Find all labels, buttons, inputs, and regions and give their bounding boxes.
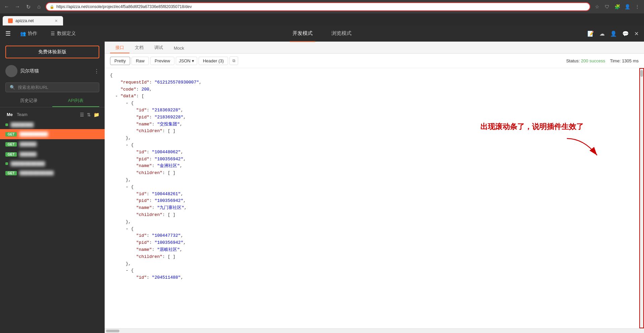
cooperate-label: 协作: [28, 31, 37, 37]
user-icon[interactable]: 👤: [610, 31, 617, 37]
bookmark-button[interactable]: ☆: [593, 3, 601, 11]
json-line: },: [110, 177, 634, 184]
content-tabs: 接口 文档 调试 Mock: [105, 42, 644, 54]
h-scrollbar-thumb: [106, 330, 119, 332]
list-item[interactable]: GET ██████: [0, 139, 105, 149]
json-line: - {: [110, 100, 634, 107]
menu-button[interactable]: ⋮: [633, 3, 641, 11]
user-info: 贝尔塔猫: [5, 65, 39, 77]
tab-docs[interactable]: 文档: [129, 43, 149, 53]
extension-icon[interactable]: 🧩: [613, 3, 621, 11]
json-line: "name": "交投集团",: [110, 121, 634, 128]
horizontal-scrollbar[interactable]: [105, 328, 644, 333]
shield-icon[interactable]: 🛡: [603, 3, 611, 11]
data-def-icon: ☰: [51, 31, 55, 36]
user-name: 贝尔塔猫: [20, 68, 39, 74]
user-avatar: [5, 65, 17, 77]
profile-icon[interactable]: 👤: [623, 3, 631, 11]
list-item[interactable]: GET ██████████: [0, 129, 105, 139]
browser-actions: ☆ 🛡 🧩 👤 ⋮: [593, 3, 641, 11]
category-label: ████████: [11, 122, 34, 127]
tab-mock[interactable]: Mock: [168, 44, 190, 53]
copy-button[interactable]: ⧉: [229, 56, 238, 65]
vertical-scrollbar[interactable]: [639, 68, 644, 328]
sort-icon[interactable]: ⇅: [87, 112, 91, 117]
category-label-2: ████████████: [11, 161, 45, 166]
item-label: ██████: [19, 142, 37, 147]
history-tab[interactable]: 历史记录: [5, 95, 52, 107]
browser-tab[interactable]: apizza.net ✕: [3, 16, 63, 25]
cloud-icon[interactable]: ☁: [599, 31, 605, 37]
browser-tabs: apizza.net ✕: [0, 13, 644, 25]
forward-button[interactable]: →: [13, 3, 21, 11]
data-def-label: 数据定义: [57, 31, 76, 37]
json-line: "children": [ ]: [110, 128, 634, 135]
category-row[interactable]: ████████: [0, 120, 105, 129]
tab-close-icon[interactable]: ✕: [55, 19, 58, 23]
home-button[interactable]: ⌂: [35, 3, 43, 11]
method-tag-get: GET: [5, 152, 17, 157]
browser-chrome: ← → ↻ ⌂ 🔒 https://apizza.net/console/pro…: [0, 0, 644, 13]
json-line: },: [110, 261, 634, 268]
json-line: "children": [ ]: [110, 170, 634, 177]
search-bar[interactable]: 🔍: [5, 82, 99, 92]
json-line: "code": 200,: [110, 86, 634, 93]
json-scroll-area[interactable]: { "requestId": "612125578930007", "code"…: [105, 68, 639, 328]
json-line: "id": "204511488",: [110, 274, 634, 281]
tab-interface[interactable]: 接口: [110, 43, 129, 53]
back-button[interactable]: ←: [3, 3, 11, 11]
top-nav: ☰ 👥 协作 ☰ 数据定义 开发模式 浏览模式 📝 ☁ 👤 💬 ✕: [0, 25, 644, 42]
json-tab[interactable]: JSON ▾: [176, 57, 197, 65]
list-item[interactable]: GET ████████████: [0, 168, 105, 178]
chevron-down-icon: ▾: [192, 58, 194, 63]
response-toolbar: Pretty Raw Preview JSON ▾ Header (3) ⧉ S…: [105, 54, 644, 68]
json-line: "requestId": "612125578930007",: [110, 79, 634, 86]
json-line: "pid": "100356942",: [110, 198, 634, 205]
json-line: "id": "100448261",: [110, 191, 634, 198]
item-label: ████████████: [19, 171, 54, 175]
api-list-tab[interactable]: API列表: [52, 95, 99, 107]
me-team-actions: ☰ ⇅ 📁: [80, 112, 99, 117]
preview-tab[interactable]: Preview: [150, 57, 174, 65]
raw-tab[interactable]: Raw: [131, 57, 149, 65]
dev-mode-tab[interactable]: 开发模式: [290, 25, 315, 42]
data-def-nav-item[interactable]: ☰ 数据定义: [47, 29, 80, 39]
search-icon: 🔍: [10, 85, 15, 90]
browse-mode-tab[interactable]: 浏览模式: [329, 25, 354, 42]
search-input[interactable]: [18, 85, 95, 90]
json-line: {: [110, 72, 634, 79]
chat-icon[interactable]: 💬: [622, 31, 629, 37]
url-text: https://apizza.net/console/project/ec4f5…: [56, 4, 192, 9]
json-line: - "data": [: [110, 93, 634, 100]
share-button[interactable]: ⋮: [94, 68, 99, 74]
address-bar[interactable]: 🔒 https://apizza.net/console/project/ec4…: [46, 2, 590, 11]
category-row-2[interactable]: ████████████: [0, 159, 105, 168]
json-line: - {: [110, 267, 634, 274]
lock-icon: 🔒: [50, 5, 54, 9]
pretty-tab[interactable]: Pretty: [110, 57, 130, 65]
list-item[interactable]: GET ██████: [0, 149, 105, 159]
edit-icon[interactable]: 📝: [587, 31, 594, 37]
sidebar: 免费体验新版 贝尔塔猫 ⋮ 🔍 历史记录 API列表 Me Team: [0, 42, 105, 333]
cooperate-icon: 👥: [20, 31, 26, 36]
close-icon[interactable]: ✕: [634, 31, 639, 37]
json-line: - {: [110, 226, 634, 233]
header-tab[interactable]: Header (3): [199, 57, 228, 65]
json-line: "pid": "100356942",: [110, 156, 634, 163]
tab-debug[interactable]: 调试: [149, 43, 168, 53]
team-button[interactable]: Team: [15, 111, 29, 118]
reload-button[interactable]: ↻: [24, 3, 32, 11]
free-trial-button[interactable]: 免费体验新版: [5, 46, 99, 58]
add-folder-icon[interactable]: 📁: [94, 112, 99, 117]
status-value: 200 success: [581, 58, 605, 63]
status-info: Status: 200 success Time: 1305 ms: [566, 58, 639, 63]
hamburger-button[interactable]: ☰: [5, 30, 11, 37]
method-tag-get: GET: [5, 132, 17, 136]
json-line: "id": "100447732",: [110, 232, 634, 239]
json-line: },: [110, 219, 634, 226]
me-button[interactable]: Me: [5, 111, 14, 118]
favicon: [8, 18, 13, 23]
time-value: 1305 ms: [622, 58, 639, 63]
list-view-icon[interactable]: ☰: [80, 112, 84, 117]
cooperate-nav-item[interactable]: 👥 协作: [16, 29, 41, 39]
